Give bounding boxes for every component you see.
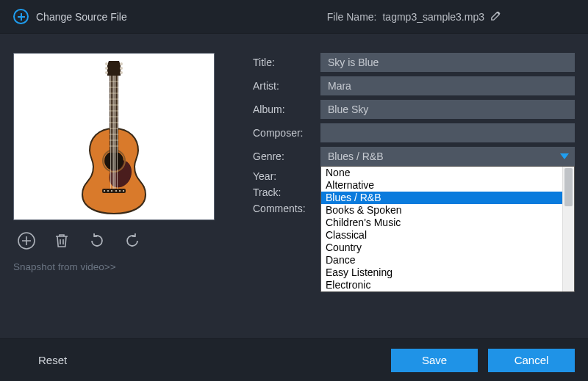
filename-value: tagmp3_sample3.mp3 xyxy=(382,11,484,23)
svg-point-8 xyxy=(119,190,121,192)
svg-point-7 xyxy=(115,190,117,192)
add-artwork-button[interactable] xyxy=(16,231,37,251)
artist-label: Artist: xyxy=(253,80,310,92)
artwork-panel: Snapshot from video>> xyxy=(13,53,232,272)
composer-input[interactable] xyxy=(320,123,575,142)
genre-option[interactable]: Electronic xyxy=(321,279,562,291)
title-label: Title: xyxy=(253,57,310,68)
chevron-down-icon xyxy=(560,153,569,159)
svg-point-5 xyxy=(107,190,109,192)
genre-option[interactable]: Classical xyxy=(321,229,562,242)
content: Snapshot from video>> Title: Artist: Alb… xyxy=(0,34,588,272)
header-bar: Change Source File File Name: tagmp3_sam… xyxy=(0,0,588,34)
change-source-label: Change Source File xyxy=(36,11,127,23)
genre-option[interactable]: None xyxy=(321,167,562,179)
svg-rect-3 xyxy=(102,189,126,193)
edit-filename-icon[interactable] xyxy=(490,10,501,23)
change-source-button[interactable]: Change Source File xyxy=(13,9,127,24)
scrollbar-thumb[interactable] xyxy=(564,168,573,206)
save-button[interactable]: Save xyxy=(391,349,478,372)
svg-point-28 xyxy=(120,71,123,74)
album-label: Album: xyxy=(253,104,310,115)
snapshot-from-video-link[interactable]: Snapshot from video>> xyxy=(13,261,232,272)
footer-bar: Reset Save Cancel xyxy=(0,338,588,381)
composer-label: Composer: xyxy=(253,127,310,139)
metadata-form: Title: Artist: Album: Composer: Genre: B… xyxy=(253,53,575,272)
artwork-toolbar xyxy=(13,228,232,251)
guitar-image xyxy=(74,58,154,216)
filename-area: File Name: tagmp3_sample3.mp3 xyxy=(327,10,501,23)
genre-selected-value: Blues / R&B xyxy=(328,150,383,162)
svg-point-23 xyxy=(105,62,108,65)
track-label: Track: xyxy=(253,186,310,198)
svg-point-4 xyxy=(104,190,105,192)
rotate-right-button[interactable] xyxy=(122,231,143,251)
genre-option[interactable]: Country xyxy=(321,242,562,254)
reset-button[interactable]: Reset xyxy=(13,354,67,366)
svg-point-25 xyxy=(105,71,108,74)
filename-label: File Name: xyxy=(327,11,377,23)
comments-label: Comments: xyxy=(253,203,310,214)
genre-option[interactable]: Books & Spoken xyxy=(321,204,562,217)
delete-artwork-button[interactable] xyxy=(51,231,72,251)
genre-select[interactable]: Blues / R&B NoneAlternativeBlues / R&BBo… xyxy=(320,147,575,166)
album-input[interactable] xyxy=(320,100,575,119)
artwork-thumbnail[interactable] xyxy=(13,53,215,220)
rotate-left-button[interactable] xyxy=(87,231,107,251)
genre-label: Genre: xyxy=(253,150,310,162)
year-label: Year: xyxy=(253,170,310,182)
svg-point-9 xyxy=(123,190,124,192)
genre-option[interactable]: Blues / R&B xyxy=(321,192,562,204)
genre-option[interactable]: Alternative xyxy=(321,179,562,192)
cancel-button[interactable]: Cancel xyxy=(488,349,575,372)
genre-option[interactable]: Children's Music xyxy=(321,217,562,229)
genre-option[interactable]: Easy Listening xyxy=(321,266,562,279)
svg-point-24 xyxy=(105,67,108,70)
artist-input[interactable] xyxy=(320,76,575,95)
genre-option[interactable]: Dance xyxy=(321,254,562,266)
svg-point-6 xyxy=(111,190,112,192)
svg-point-1 xyxy=(104,151,123,170)
genre-dropdown: NoneAlternativeBlues / R&BBooks & Spoken… xyxy=(320,166,575,292)
svg-point-26 xyxy=(120,62,123,65)
plus-circle-icon xyxy=(13,9,29,24)
svg-point-27 xyxy=(120,67,123,70)
title-input[interactable] xyxy=(320,53,575,72)
dropdown-scrollbar[interactable] xyxy=(562,167,574,291)
